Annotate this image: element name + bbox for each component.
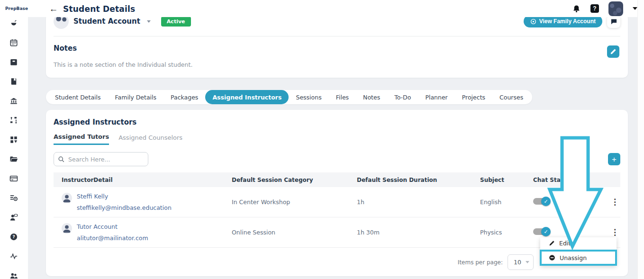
widgets-icon[interactable]: [9, 135, 19, 144]
eye-circle-icon: [530, 18, 536, 25]
activity-icon[interactable]: [9, 252, 19, 261]
pencil-icon: [549, 240, 555, 246]
page-title: Student Details: [63, 4, 135, 14]
search-input[interactable]: [68, 156, 144, 163]
tab-todo[interactable]: To-Do: [387, 90, 418, 104]
items-per-page-label: Items per page:: [458, 259, 503, 266]
notes-title: Notes: [54, 44, 628, 53]
chat-status-toggle[interactable]: ✓: [533, 198, 549, 205]
row-context-menu: Edit Unassign: [540, 237, 617, 266]
profile-caret-icon[interactable]: [633, 7, 637, 10]
table-header-row: InstructorDetail Default Session Categor…: [54, 172, 620, 187]
items-per-page-select[interactable]: 10: [508, 254, 534, 270]
subject: English: [480, 198, 533, 206]
brand-logo: PrepBase: [0, 0, 28, 11]
book-icon[interactable]: [9, 77, 19, 86]
table-row: Tutor Account alitutor@mailinator.com On…: [54, 217, 620, 248]
table-row: Steffi Kelly steffikelly@mindbase.educat…: [54, 187, 620, 217]
instructor-name-link[interactable]: Steffi Kelly: [77, 193, 172, 200]
tab-notes[interactable]: Notes: [356, 90, 387, 104]
chat-status-toggle[interactable]: ✓: [533, 228, 549, 235]
instructor-name-link[interactable]: Tutor Account: [77, 223, 148, 230]
search-box[interactable]: [54, 152, 148, 166]
paginator: Items per page: 10: [46, 254, 534, 270]
instructor-email-link[interactable]: alitutor@mailinator.com: [77, 234, 148, 242]
help-icon[interactable]: ?: [590, 4, 599, 13]
session-duration: 1h: [357, 198, 480, 206]
notes-body: This is a note section of the Individual…: [54, 61, 628, 68]
back-button[interactable]: ←: [47, 3, 60, 15]
calendar-icon[interactable]: [9, 38, 19, 47]
subject: Physics: [480, 229, 533, 236]
pencil-icon: [610, 48, 617, 55]
col-session-duration: Default Session Duration: [357, 177, 480, 183]
row-menu-button[interactable]: ⋮: [611, 228, 619, 236]
search-icon: [58, 156, 65, 163]
svg-text:?: ?: [12, 234, 15, 239]
col-chat-status: Chat Status: [533, 177, 611, 183]
select-caret-icon: [526, 261, 529, 263]
tab-planner[interactable]: Planner: [418, 90, 454, 104]
user-avatar[interactable]: [608, 1, 623, 16]
col-instructor-detail: InstructorDetail: [54, 177, 232, 183]
archive-icon[interactable]: [9, 57, 19, 67]
instructor-email-link[interactable]: steffikelly@mindbase.education: [77, 204, 172, 211]
leads-icon[interactable]: [9, 193, 19, 203]
session-category: Online Session: [232, 229, 357, 236]
edit-notes-button[interactable]: [607, 45, 619, 58]
tab-packages[interactable]: Packages: [163, 90, 205, 104]
menu-item-unassign[interactable]: Unassign: [540, 250, 617, 266]
status-badge: Active: [161, 17, 191, 27]
help-circle-icon[interactable]: ?: [9, 232, 19, 242]
folder-icon[interactable]: [9, 154, 19, 164]
section-title: Assigned Instructors: [54, 118, 628, 126]
row-menu-button[interactable]: ⋮: [611, 198, 619, 206]
tab-assigned-instructors[interactable]: Assigned Instructors: [205, 90, 289, 104]
col-subject: Subject: [480, 177, 533, 183]
instructor-avatar: [62, 223, 72, 234]
tab-family-details[interactable]: Family Details: [108, 90, 164, 104]
top-bar: ← Student Details ?: [0, 0, 644, 17]
tab-courses[interactable]: Courses: [492, 90, 530, 104]
divider: [54, 36, 620, 36]
chat-bubble-icon: [610, 18, 617, 25]
student-summary-card: Student Account Active View Family Accou…: [46, 13, 628, 78]
tab-student-details[interactable]: Student Details: [48, 90, 108, 104]
users-icon[interactable]: [9, 271, 19, 279]
student-name: Student Account: [73, 17, 140, 26]
student-caret-icon[interactable]: [147, 20, 151, 23]
check-icon: ✓: [541, 227, 551, 236]
dashboard-icon[interactable]: [9, 18, 19, 28]
add-instructor-button[interactable]: +: [608, 153, 620, 165]
minus-circle-icon: [549, 254, 555, 261]
subtab-assigned-counselors[interactable]: Assigned Counselors: [118, 133, 182, 145]
check-icon: ✓: [541, 197, 551, 206]
tab-files[interactable]: Files: [329, 90, 356, 104]
institution-icon[interactable]: [9, 96, 19, 106]
scrollbar[interactable]: [637, 0, 644, 279]
workflow-icon[interactable]: [9, 116, 19, 125]
tab-sessions[interactable]: Sessions: [289, 90, 328, 104]
menu-item-edit[interactable]: Edit: [540, 237, 617, 249]
tab-projects[interactable]: Projects: [455, 90, 492, 104]
card-icon[interactable]: [9, 174, 19, 183]
subtab-assigned-tutors[interactable]: Assigned Tutors: [54, 133, 109, 145]
detail-tabs: Student Details Family Details Packages …: [46, 90, 532, 104]
instructor-avatar: [62, 193, 72, 203]
col-session-category: Default Session Category: [232, 177, 357, 183]
sidebar: PrepBase ?: [0, 0, 28, 279]
session-duration: 1h 30m: [357, 229, 480, 236]
person-chat-icon[interactable]: [9, 213, 19, 222]
notifications-icon[interactable]: [572, 4, 581, 13]
instructors-table: InstructorDetail Default Session Categor…: [54, 172, 620, 248]
session-category: In Center Workshop: [232, 198, 357, 206]
